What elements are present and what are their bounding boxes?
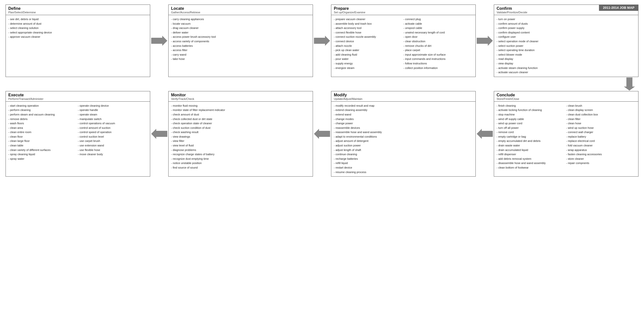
modify-title: Modify xyxy=(334,93,473,97)
locate-subtitle: Gather/Access/Retrieve xyxy=(171,11,310,14)
modify-header: Modify Update/Adjust/Maintain xyxy=(331,91,475,102)
define-content: - see dirt, debris or liquid- determine … xyxy=(6,15,150,77)
execute-col2: - operate cleaning device- operate handl… xyxy=(78,104,148,161)
svg-marker-2 xyxy=(477,36,493,46)
conclude-col2: - clean brush- clean display screen- cle… xyxy=(566,104,636,170)
conclude-content: - finish cleaning- activate locking func… xyxy=(494,102,638,177)
define-header: Define Plan/Select/Determine xyxy=(6,5,150,15)
monitor-header: Monitor Verify/Track/Check xyxy=(169,91,313,102)
prepare-col2: - connect plug- activate cable- unspool … xyxy=(404,17,473,70)
prepare-title: Prepare xyxy=(334,6,473,11)
svg-marker-5 xyxy=(314,129,330,139)
define-title: Define xyxy=(8,6,147,11)
page-wrapper: 2011-2014 JOB MAP Define Plan/Select/Det… xyxy=(0,0,644,320)
execute-title: Execute xyxy=(8,93,147,97)
monitor-box: Monitor Verify/Track/Check - monitor flu… xyxy=(168,91,313,177)
conclude-box: Conclude Store/Finish/Close - finish cle… xyxy=(494,91,638,177)
locate-box: Locate Gather/Access/Retrieve - carry cl… xyxy=(168,5,313,77)
top-row: Define Plan/Select/Determine - see dirt,… xyxy=(6,5,638,77)
conclude-subtitle: Store/Finish/Close xyxy=(497,97,636,100)
execute-subtitle: Perform/Transact/Administer xyxy=(8,97,147,100)
modify-content: - modify recorded result and map- extend… xyxy=(331,102,475,177)
prepare-header: Prepare Set up/Organize/Examine xyxy=(331,5,475,15)
modify-box: Modify Update/Adjust/Maintain - modify r… xyxy=(331,91,476,177)
confirm-subtitle: Validate/Prioritize/Decide xyxy=(497,11,636,14)
down-arrow xyxy=(620,77,638,91)
svg-marker-4 xyxy=(477,129,493,139)
conclude-header: Conclude Store/Finish/Close xyxy=(494,91,638,102)
arrow-prepare-to-confirm xyxy=(476,5,494,77)
arrow-modify-to-conclude xyxy=(476,91,494,177)
svg-marker-6 xyxy=(151,129,167,139)
locate-title: Locate xyxy=(171,6,310,11)
execute-content: - start cleaning operation- perform clea… xyxy=(6,102,150,177)
monitor-subtitle: Verify/Track/Check xyxy=(171,97,310,100)
arrow-execute-to-monitor xyxy=(150,91,168,177)
confirm-content: - turn on power- confirm amount of dusts… xyxy=(494,15,638,77)
arrow-locate-to-prepare xyxy=(313,5,331,77)
locate-header: Locate Gather/Access/Retrieve xyxy=(169,5,313,15)
connector-row xyxy=(6,77,638,91)
prepare-col1: - prepare vacuum cleaner- assemble body … xyxy=(334,17,404,70)
define-subtitle: Plan/Select/Determine xyxy=(8,11,147,14)
monitor-content: - monitor fluid moving- monitor state of… xyxy=(169,102,313,177)
define-box: Define Plan/Select/Determine - see dirt,… xyxy=(6,5,150,77)
svg-marker-1 xyxy=(314,36,330,46)
monitor-title: Monitor xyxy=(171,93,310,97)
svg-marker-0 xyxy=(151,36,167,46)
execute-box: Execute Perform/Transact/Administer - st… xyxy=(6,91,150,177)
modify-subtitle: Update/Adjust/Maintain xyxy=(334,97,473,100)
prepare-box: Prepare Set up/Organize/Examine - prepar… xyxy=(331,5,476,77)
svg-marker-3 xyxy=(624,77,635,91)
execute-header: Execute Perform/Transact/Administer xyxy=(6,91,150,102)
prepare-subtitle: Set up/Organize/Examine xyxy=(334,11,473,14)
locate-content: - carry cleaning appliances- locate vacu… xyxy=(169,15,313,77)
arrow-define-to-locate xyxy=(150,5,168,77)
job-map-badge: 2011-2014 JOB MAP xyxy=(599,5,638,11)
execute-col1: - start cleaning operation- perform clea… xyxy=(8,104,78,161)
conclude-col1: - finish cleaning- activate locking func… xyxy=(497,104,566,170)
conclude-title: Conclude xyxy=(497,93,636,97)
confirm-box: Confirm Validate/Prioritize/Decide - tur… xyxy=(494,5,638,77)
bottom-row: Conclude Store/Finish/Close - finish cle… xyxy=(6,91,638,177)
arrow-monitor-to-modify xyxy=(313,91,331,177)
prepare-content: - prepare vacuum cleaner- assemble body … xyxy=(331,15,475,77)
